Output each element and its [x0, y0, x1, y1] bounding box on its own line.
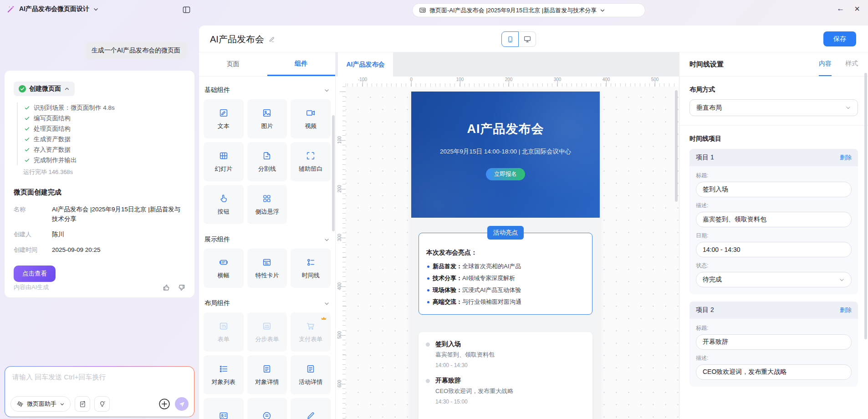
component-card[interactable]: 图片	[247, 99, 287, 138]
preview-hero-section[interactable]: AI产品发布会 2025年9月15日 14:00-18:00 | 北京国际会议中…	[411, 92, 600, 218]
meta-label: 创建时间	[14, 245, 52, 255]
preview-timeline-card[interactable]: 签到入场 嘉宾签到、领取资料包 14:00 - 14:30	[419, 332, 592, 419]
thumbs-up-icon[interactable]	[163, 284, 170, 291]
bullet-strong: 高端交流：	[433, 298, 462, 305]
design-canvas[interactable]: AI产品发布会 2025年9月15日 14:00-18:00 | 北京国际会议中…	[346, 87, 679, 419]
title-input[interactable]: 开幕致辞	[696, 334, 852, 350]
component-card[interactable]: 时间线	[291, 249, 331, 288]
task-item-label: 识别到场景：微页面制作 4.8s	[34, 102, 115, 113]
add-attachment-button[interactable]	[158, 398, 171, 410]
status-select[interactable]: 待完成	[696, 272, 852, 287]
component-card[interactable]: 支付表单	[291, 312, 331, 352]
assistant-selector[interactable]: 微页面助手	[10, 396, 71, 412]
check-icon	[24, 115, 30, 121]
check-icon	[24, 157, 30, 163]
desc-input[interactable]: 嘉宾签到、领取资料包	[696, 212, 852, 227]
banner-icon	[219, 257, 229, 267]
component-label: 对象详情	[255, 378, 279, 386]
mobile-view-button[interactable]	[501, 31, 519, 47]
save-button[interactable]: 保存	[823, 31, 856, 46]
object-detail-icon	[262, 364, 272, 374]
chat-input-box[interactable]: 请输入 回车发送 Ctrl+回车换行 微页面助手	[5, 366, 194, 417]
component-card[interactable]	[204, 398, 244, 419]
send-button[interactable]	[175, 397, 189, 411]
chevron-down-icon[interactable]	[324, 301, 330, 307]
component-card[interactable]: 幻灯片	[204, 142, 244, 181]
notes-button[interactable]	[75, 396, 90, 412]
ideas-button[interactable]	[94, 396, 110, 412]
tab-pages[interactable]: 页面	[199, 52, 267, 76]
component-label: 视频	[305, 122, 317, 130]
canvas-tab-active[interactable]: AI产品发布会	[338, 52, 393, 77]
timeline-item[interactable]: 开幕致辞 CEO致欢迎词，发布重大战略 14:30 - 15:00	[426, 377, 585, 405]
magic-wand-logo-icon	[6, 5, 15, 14]
component-card[interactable]: 侧边悬浮	[247, 185, 287, 224]
component-label: 幻灯片	[214, 165, 232, 173]
component-card[interactable]: 分割线	[247, 142, 287, 181]
task-item: 处理页面结构	[24, 123, 185, 134]
preview-highlight-badge[interactable]: 活动亮点	[487, 226, 524, 240]
component-label: 支付表单	[299, 335, 322, 343]
app-title: AI产品发布会微页面设计	[19, 5, 89, 13]
component-card[interactable]: 辅助留白	[291, 142, 331, 181]
desc-input[interactable]: CEO致欢迎词，发布重大战略	[696, 364, 852, 380]
desktop-view-button[interactable]	[519, 31, 536, 47]
tab-content[interactable]: 内容	[819, 52, 832, 76]
component-card[interactable]: 对象详情	[247, 355, 287, 394]
title-input[interactable]: 签到入场	[696, 182, 852, 197]
micropage-doc-icon	[419, 7, 426, 14]
tab-components[interactable]: 组件	[267, 52, 336, 76]
timeline-dot-icon	[426, 379, 430, 383]
collapse-sidebar-icon[interactable]	[182, 5, 191, 15]
thumbs-down-icon[interactable]	[178, 284, 185, 291]
ruler-label: 500	[337, 327, 342, 343]
delete-item-button[interactable]: 删除	[840, 306, 852, 314]
edit-title-icon[interactable]	[268, 36, 275, 43]
chevron-down-icon[interactable]	[324, 237, 330, 243]
component-card[interactable]: 横幅	[204, 249, 244, 288]
back-icon[interactable]: ←	[837, 4, 844, 14]
timeline-item-desc: CEO致欢迎词，发布重大战略	[435, 387, 513, 395]
circle-list-icon	[262, 411, 272, 419]
component-card[interactable]: 按钮	[204, 185, 244, 224]
component-card[interactable]: 表单	[204, 312, 244, 352]
layout-mode-select[interactable]: 垂直布局	[689, 99, 858, 116]
run-complete-label: 运行完毕 146.368s	[23, 168, 185, 176]
component-label: 特性卡片	[255, 271, 279, 280]
document-switcher[interactable]: 微页面-AI产品发布会 |2025年9月15日北京 |新品首发与技术分享	[412, 3, 645, 17]
mobile-page-preview[interactable]: AI产品发布会 2025年9月15日 14:00-18:00 | 北京国际会议中…	[411, 92, 600, 419]
component-card[interactable]: 特性卡片	[247, 249, 287, 288]
component-card[interactable]: 对象列表	[204, 355, 244, 394]
chevron-down-icon[interactable]	[324, 87, 330, 93]
preview-highlight-box[interactable]: 本次发布会亮点： 新品首发：全球首次亮相的AI产品 技术分享：AI领域专家深度解…	[419, 233, 592, 315]
tab-style[interactable]: 样式	[845, 52, 858, 76]
date-input[interactable]: 14:00 - 14:30	[696, 242, 852, 257]
component-panel-scrollbar[interactable]	[332, 115, 335, 231]
timeline-item-time: 14:00 - 14:30	[435, 362, 495, 368]
timeline-item[interactable]: 签到入场 嘉宾签到、领取资料包 14:00 - 14:30	[426, 340, 585, 368]
component-card[interactable]	[247, 398, 287, 419]
meta-value: 陈川	[52, 230, 64, 240]
bullet-strong: 新品首发：	[433, 263, 462, 270]
task-group-toggle[interactable]: 创建微页面	[14, 82, 75, 96]
view-result-button[interactable]: 点击查看	[14, 266, 56, 282]
component-card[interactable]: 活动详情	[291, 355, 331, 394]
settings-scrollbar[interactable]	[864, 73, 867, 339]
phone-icon	[506, 36, 514, 43]
component-card[interactable]	[291, 398, 331, 419]
timeline-dot-icon	[426, 342, 430, 347]
delete-item-button[interactable]: 删除	[840, 153, 852, 162]
canvas-scrollbar[interactable]	[675, 90, 678, 202]
id-card-icon	[219, 411, 229, 419]
component-card[interactable]: 分步表单	[247, 312, 287, 352]
image-icon	[262, 108, 272, 118]
preview-cta-button[interactable]: 立即报名	[486, 168, 525, 180]
settings-title: 时间线设置	[689, 60, 724, 69]
horizontal-ruler: -1000100200300400500	[346, 77, 679, 87]
component-card[interactable]: 视频	[291, 99, 331, 138]
app-brand[interactable]: AI产品发布会微页面设计	[6, 5, 99, 14]
close-icon[interactable]: ×	[854, 4, 860, 14]
component-card[interactable]: 文本	[204, 99, 244, 138]
bullet-text: 与行业领袖面对面沟通	[462, 298, 521, 305]
button-icon	[219, 194, 229, 204]
